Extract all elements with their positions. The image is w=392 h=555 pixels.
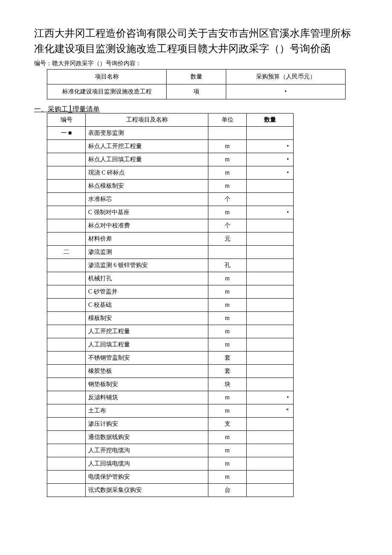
cell-a (47, 404, 86, 418)
table-row: 人工回填电缆沟m (47, 457, 294, 471)
cell-c: 套 (208, 352, 247, 365)
cell-a (47, 338, 86, 352)
cell-c (208, 246, 247, 259)
cell-b: C 校基础 (86, 299, 208, 312)
cell-d (247, 325, 294, 338)
cell-d (247, 127, 294, 140)
cell-c: m (208, 431, 247, 444)
detail-table: 编号 工程项目及名称 单位 数量 一 ■表面变形监测标点人工开挖工程量m•标点人… (47, 113, 294, 497)
cell-c: m (208, 166, 247, 180)
section-prefix: 一、采购工 (34, 105, 68, 113)
th-project-name: 项目名称 (47, 70, 167, 84)
cell-c: 孔 (208, 259, 247, 272)
cell-b: 标点对中校准费 (86, 219, 208, 232)
section-suffix: 理量清单 (72, 105, 100, 113)
cell-d: * (247, 404, 294, 418)
table-row: C 校基础m (47, 299, 294, 312)
cell-c: 块 (208, 378, 247, 391)
cell-a (47, 272, 86, 285)
table-row: 渗流监测 6 镀锌管购安孔 (47, 259, 294, 272)
cell-a (47, 444, 86, 457)
cell-a (47, 471, 86, 484)
cell-c: 套 (208, 365, 247, 378)
cell-a (47, 365, 86, 378)
cell-d (247, 352, 294, 365)
cell-c: m (208, 285, 247, 299)
table-row: 人工开挖电缆沟m (47, 444, 294, 457)
cell-c: 个 (208, 193, 247, 206)
td-budget: • (226, 84, 346, 99)
table-row: 通信数据线购安m (47, 431, 294, 444)
th-quantity: 数量 (167, 70, 226, 84)
cell-b: 标点人工回填工程量 (86, 153, 208, 166)
cell-a (47, 232, 86, 246)
cell-b: 钢垫板制安 (86, 378, 208, 391)
table-row: 一 ■表面变形监测 (47, 127, 294, 140)
th-no: 编号 (47, 113, 86, 127)
cell-a (47, 153, 86, 166)
cell-a (47, 312, 86, 325)
cell-c: m (208, 140, 247, 153)
table-row: 渗压计购安支 (47, 418, 294, 431)
cell-b: 模板制安 (86, 312, 208, 325)
cell-b: 反滤料铺筑 (86, 391, 208, 404)
cell-b: 现浇 C 碎标点 (86, 166, 208, 180)
table-row: 现浇 C 碎标点m• (47, 166, 294, 180)
cell-c: m (208, 457, 247, 471)
cell-a (47, 166, 86, 180)
cell-b: 机械打孔 (86, 272, 208, 285)
th-unit: 单位 (208, 113, 247, 127)
table-row: 电缆保护管购安m (47, 471, 294, 484)
cell-a (47, 140, 86, 153)
table-row: 水准标芯个 (47, 193, 294, 206)
table-row: 土工布m* (47, 404, 294, 418)
cell-b: 人工回填电缆沟 (86, 457, 208, 471)
cell-d (247, 484, 294, 497)
cell-d: • (247, 140, 294, 153)
cell-d (247, 193, 294, 206)
summary-table: 项目名称 数量 采购预算（人民币元） 标准化建设项目监测设施改造工程 项 • (47, 69, 346, 99)
cell-c: 元 (208, 232, 247, 246)
cell-b: 渗压计购安 (86, 418, 208, 431)
cell-a (47, 180, 86, 193)
cell-a (47, 285, 86, 299)
cell-d (247, 272, 294, 285)
cell-b: 不锈钢管盖制安 (86, 352, 208, 365)
cell-d (247, 431, 294, 444)
cell-b: C 强制对中基座 (86, 206, 208, 219)
cell-b: 电缆保护管购安 (86, 471, 208, 484)
cell-c: 台 (208, 484, 247, 497)
cell-a (47, 378, 86, 391)
cell-a (47, 418, 86, 431)
th-qty: 数量 (247, 113, 294, 127)
cell-a: 一 ■ (47, 127, 86, 140)
cell-c: m (208, 338, 247, 352)
cell-b: 渗流监测 (86, 246, 208, 259)
cell-c: 支 (208, 418, 247, 431)
cell-b: 标点模板制安 (86, 180, 208, 193)
cell-d (247, 444, 294, 457)
cell-d (247, 180, 294, 193)
cell-a (47, 325, 86, 338)
table-row: C 砂管盖井m (47, 285, 294, 299)
cell-c: m (208, 444, 247, 457)
cell-c: m (208, 471, 247, 484)
table-row: 材料价差元 (47, 232, 294, 246)
cell-b: 渗流监测 6 镀锌管购安 (86, 259, 208, 272)
cell-c: 个 (208, 219, 247, 232)
cell-c: m (208, 312, 247, 325)
page-title: 江西大井冈工程造价咨询有限公司关于吉安市吉州区官溪水库管理所标准化建设项目监测设… (34, 26, 358, 56)
cell-a (47, 484, 86, 497)
cell-d: • (247, 206, 294, 219)
cell-c: m (208, 153, 247, 166)
cell-a: 二 (47, 246, 86, 259)
cell-a (47, 299, 86, 312)
section-heading: 一、采购工1理量清单 (34, 104, 358, 114)
cell-b: 人工开挖工程量 (86, 325, 208, 338)
cell-b: 标点人工开挖工程量 (86, 140, 208, 153)
cell-d (247, 338, 294, 352)
doc-subheader: 编号：赣大井冈政采字（）号询价内容： (34, 60, 358, 67)
table-row: 反滤料铺筑m• (47, 391, 294, 404)
table-row: 标点模板制安m (47, 180, 294, 193)
cell-a (47, 193, 86, 206)
